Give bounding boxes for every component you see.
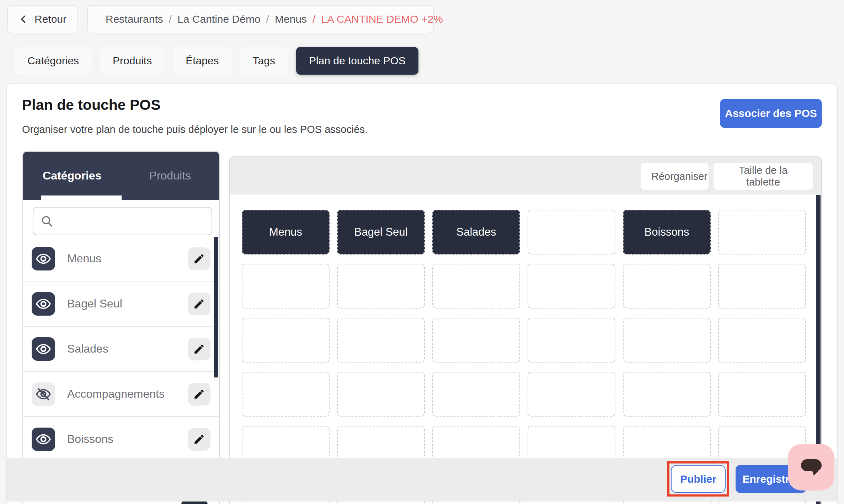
reorganize-button[interactable]: Réorganiser — [641, 163, 709, 190]
breadcrumb-separator: / — [169, 13, 172, 25]
keymap-empty-slot[interactable] — [528, 264, 615, 309]
main-tab-label: Tags — [253, 55, 275, 67]
edit-category-button[interactable] — [188, 293, 210, 315]
keymap-empty-slot[interactable] — [623, 372, 711, 417]
category-search — [33, 207, 212, 235]
keymap-empty-slot[interactable] — [528, 210, 615, 254]
keymap-empty-slot[interactable] — [337, 264, 425, 309]
category-row[interactable]: Boissons — [23, 417, 219, 462]
keymap-empty-slot[interactable] — [623, 264, 711, 309]
back-button[interactable]: Retour — [7, 5, 78, 33]
category-row[interactable]: Salades — [23, 327, 219, 372]
visibility-toggle[interactable] — [32, 247, 55, 270]
chevron-left-icon — [18, 14, 29, 25]
main-tab[interactable]: Produits — [100, 47, 165, 75]
tablet-size-button[interactable]: Taille de la tablette — [714, 163, 813, 190]
chat-bubble-icon — [800, 456, 823, 478]
main-tab-label: Étapes — [186, 55, 219, 67]
category-row[interactable]: Bagel Seul — [23, 282, 219, 327]
pencil-icon — [193, 388, 205, 400]
panel-tab[interactable]: Produits — [121, 152, 219, 200]
category-list-scrollbar[interactable] — [214, 237, 218, 377]
breadcrumb-separator: / — [313, 13, 315, 25]
eye-icon — [36, 431, 51, 447]
grid-toolbar: Réorganiser Taille de la tablette — [230, 157, 821, 194]
keymap-tile[interactable]: Bagel Seul — [337, 210, 425, 254]
main-tab[interactable]: Plan de touche POS — [296, 47, 418, 75]
edit-category-button[interactable] — [188, 247, 210, 270]
category-label: Bagel Seul — [67, 297, 188, 310]
main-tab[interactable]: Catégories — [15, 47, 92, 75]
breadcrumb-item[interactable]: La Cantine Démo — [177, 13, 260, 25]
eye-icon — [36, 251, 51, 267]
keymap-empty-slot[interactable] — [242, 264, 330, 309]
active-tab-underline — [41, 195, 122, 200]
keymap-tile[interactable]: Salades — [432, 210, 520, 254]
visibility-toggle[interactable] — [32, 292, 55, 316]
breadcrumb-item[interactable]: Restaurants — [106, 13, 163, 25]
eye-icon — [36, 296, 51, 312]
page-title: Plan de touche POS — [22, 97, 161, 113]
visibility-toggle[interactable] — [32, 382, 55, 406]
keymap-empty-slot[interactable] — [718, 264, 806, 309]
main-tab-label: Produits — [113, 55, 152, 67]
panel-tab-label: Produits — [149, 169, 191, 182]
keymap-empty-slot[interactable] — [432, 318, 520, 363]
keymap-empty-slot[interactable] — [528, 318, 615, 363]
main-tab-label: Plan de touche POS — [309, 55, 406, 67]
app-screen: Retour Restaurants/La Cantine Démo/Menus… — [0, 0, 844, 504]
page-subtitle: Organiser votre plan de touche puis dépl… — [22, 124, 368, 135]
edit-category-button[interactable] — [188, 338, 210, 360]
panel-tab[interactable]: Catégories — [23, 152, 121, 200]
keymap-empty-slot[interactable] — [242, 372, 330, 417]
visibility-toggle[interactable] — [32, 428, 55, 451]
category-row[interactable]: Menus — [23, 236, 219, 282]
visibility-toggle[interactable] — [32, 337, 55, 361]
main-tab[interactable]: Étapes — [173, 47, 231, 75]
keymap-empty-slot[interactable] — [718, 210, 806, 254]
edit-category-button[interactable] — [188, 428, 210, 451]
main-tab[interactable]: Tags — [240, 47, 288, 75]
category-row[interactable]: Accompagnements — [23, 372, 219, 417]
keymap-empty-slot[interactable] — [718, 318, 806, 363]
category-label: Menus — [67, 252, 188, 265]
publish-button[interactable]: Publier — [671, 465, 726, 493]
chat-widget-button[interactable] — [788, 444, 834, 490]
keymap-empty-slot[interactable] — [337, 372, 425, 417]
keymap-grid-panel: Réorganiser Taille de la tablette MenusB… — [229, 156, 822, 504]
pencil-icon — [193, 253, 205, 265]
eye-off-icon — [36, 386, 51, 402]
search-input[interactable] — [59, 215, 205, 227]
breadcrumb-item[interactable]: Menus — [275, 13, 307, 25]
category-label: Accompagnements — [67, 387, 188, 401]
keymap-empty-slot[interactable] — [337, 318, 425, 363]
keymap-empty-slot[interactable] — [718, 372, 806, 417]
pencil-icon — [193, 433, 205, 445]
panel-tabs: Catégories Produits — [23, 152, 219, 200]
breadcrumb-current: LA CANTINE DEMO +2% — [321, 13, 443, 25]
search-icon — [40, 214, 54, 228]
category-label: Boissons — [67, 433, 188, 446]
keymap-empty-slot[interactable] — [432, 264, 520, 309]
eye-icon — [36, 341, 51, 357]
associate-pos-button[interactable]: Associer des POS — [720, 99, 822, 128]
breadcrumb-items: Restaurants/La Cantine Démo/Menus/LA CAN… — [106, 13, 443, 25]
category-label: Salades — [67, 342, 188, 355]
back-label: Retour — [34, 13, 66, 25]
keymap-empty-slot[interactable] — [528, 372, 615, 417]
panel-tab-label: Catégories — [43, 169, 101, 182]
keymap-empty-slot[interactable] — [432, 372, 520, 417]
breadcrumb-separator: / — [266, 13, 269, 25]
keymap-tile[interactable]: Menus — [242, 210, 330, 254]
pencil-icon — [193, 298, 205, 310]
breadcrumb: Restaurants/La Cantine Démo/Menus/LA CAN… — [87, 5, 434, 33]
categories-panel: Catégories Produits — [22, 151, 220, 504]
edit-category-button[interactable] — [188, 383, 210, 406]
publish-highlight-annotation: Publier — [667, 461, 729, 497]
keymap-empty-slot[interactable] — [242, 318, 330, 363]
pencil-icon — [193, 343, 205, 355]
main-tab-label: Catégories — [27, 55, 79, 67]
keymap-tile[interactable]: Boissons — [623, 210, 711, 254]
main-tabs: Catégories Produits Étapes Tags Plan de … — [15, 47, 418, 75]
keymap-empty-slot[interactable] — [623, 318, 711, 363]
